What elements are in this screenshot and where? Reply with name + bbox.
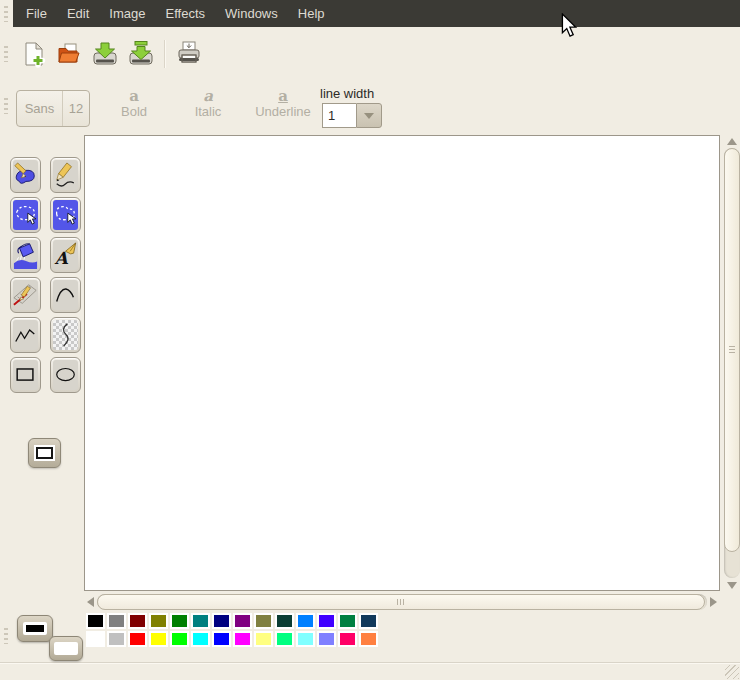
tool-ellipse[interactable] [50, 357, 81, 393]
scroll-right-icon[interactable] [710, 597, 717, 607]
color-swatch[interactable] [107, 613, 126, 629]
horizontal-scroll-thumb[interactable] [97, 594, 705, 610]
underline-icon: a [278, 89, 288, 105]
menu-effects[interactable]: Effects [156, 0, 216, 27]
menubar-grip[interactable] [4, 6, 8, 22]
colorbar-grip[interactable] [4, 628, 8, 644]
line-width-label: line width [320, 86, 374, 101]
color-swatch[interactable] [212, 631, 231, 647]
outline-rectangle-icon [36, 447, 53, 459]
vertical-scroll-thumb[interactable] [724, 148, 740, 552]
save-icon [91, 40, 119, 68]
tool-arc[interactable] [50, 277, 81, 313]
tool-lasso-select[interactable] [10, 197, 41, 233]
paint-app-window: { "menu_bar": { "items": ["File", "Edit"… [0, 0, 740, 680]
underline-button[interactable]: a Underline [248, 89, 318, 119]
color-swatch[interactable] [359, 613, 378, 629]
color-swatch[interactable] [86, 613, 105, 629]
tool-pencil[interactable] [50, 157, 81, 193]
underline-label: Underline [255, 105, 311, 119]
italic-label: Italic [195, 105, 222, 119]
menu-file[interactable]: File [16, 0, 57, 27]
chevron-down-icon [364, 113, 374, 119]
print-button[interactable] [171, 36, 207, 72]
horizontal-scrollbar [84, 593, 720, 611]
fill-lasso-icon [13, 160, 38, 190]
drawing-canvas[interactable] [84, 135, 720, 591]
save-button[interactable] [87, 36, 123, 72]
line-width-dropdown-button[interactable] [356, 103, 382, 128]
color-swatch[interactable] [170, 613, 189, 629]
italic-icon: a [203, 89, 213, 105]
color-swatch[interactable] [296, 613, 315, 629]
tool-fill-bucket[interactable] [10, 237, 41, 273]
color-swatch[interactable] [275, 613, 294, 629]
color-swatch[interactable] [338, 631, 357, 647]
formatbar-grip[interactable] [4, 98, 8, 114]
color-swatch[interactable] [359, 631, 378, 647]
background-color-button[interactable] [49, 636, 83, 661]
vertical-scroll-trough[interactable] [724, 148, 740, 578]
resize-grip-icon[interactable] [725, 665, 739, 679]
palette-row-1 [86, 613, 378, 629]
foreground-color-swatch [26, 625, 44, 632]
color-swatch[interactable] [317, 631, 336, 647]
scroll-left-icon[interactable] [87, 597, 94, 607]
tool-rectangle[interactable] [10, 357, 41, 393]
freehand-select-icon [53, 200, 78, 230]
color-swatch[interactable] [317, 613, 336, 629]
color-swatch[interactable] [233, 613, 252, 629]
tool-curve[interactable] [50, 317, 81, 353]
background-color-frame [54, 642, 78, 655]
arc-icon [53, 280, 78, 310]
new-button[interactable] [15, 36, 51, 72]
color-swatch[interactable] [338, 613, 357, 629]
color-swatch[interactable] [191, 613, 210, 629]
menu-windows[interactable]: Windows [215, 0, 288, 27]
color-swatch[interactable] [170, 631, 189, 647]
toolbar-grip[interactable] [4, 46, 8, 62]
save-as-icon [127, 40, 155, 68]
fill-bucket-icon [13, 240, 38, 270]
palette-row-2 [86, 631, 378, 647]
italic-button[interactable]: a Italic [183, 89, 233, 119]
color-swatch[interactable] [191, 631, 210, 647]
line-icon [13, 280, 38, 310]
open-button[interactable] [51, 36, 87, 72]
foreground-color-button[interactable] [17, 615, 53, 642]
font-family-label: Sans [17, 91, 62, 126]
color-swatch[interactable] [128, 631, 147, 647]
tool-line[interactable] [10, 277, 41, 313]
foreground-color-frame [23, 622, 47, 635]
color-swatch[interactable] [275, 631, 294, 647]
color-swatch[interactable] [254, 613, 273, 629]
menu-image[interactable]: Image [99, 0, 155, 27]
save-as-button[interactable] [123, 36, 159, 72]
curve-icon [53, 320, 78, 350]
bold-icon: a [129, 89, 139, 105]
rectangle-icon [13, 360, 38, 390]
color-swatch[interactable] [107, 631, 126, 647]
color-swatch[interactable] [296, 631, 315, 647]
color-swatch[interactable] [149, 631, 168, 647]
scroll-down-icon[interactable] [727, 582, 737, 589]
color-swatch[interactable] [254, 631, 273, 647]
menu-edit[interactable]: Edit [57, 0, 99, 27]
bold-button[interactable]: a Bold [109, 89, 159, 119]
tool-polyline[interactable] [10, 317, 41, 353]
line-width-input[interactable] [322, 103, 356, 128]
font-button[interactable]: Sans 12 [16, 90, 90, 127]
scroll-up-icon[interactable] [727, 138, 737, 145]
horizontal-scroll-trough[interactable] [97, 594, 707, 610]
color-swatch[interactable] [233, 631, 252, 647]
menu-help[interactable]: Help [288, 0, 335, 27]
fill-style-button[interactable] [28, 438, 61, 468]
tool-fill-lasso[interactable] [10, 157, 41, 193]
color-swatch[interactable] [212, 613, 231, 629]
ellipse-icon [53, 360, 78, 390]
tool-text[interactable]: A [50, 237, 81, 273]
color-swatch[interactable] [86, 631, 105, 647]
tool-freehand-select[interactable] [50, 197, 81, 233]
color-swatch[interactable] [149, 613, 168, 629]
color-swatch[interactable] [128, 613, 147, 629]
